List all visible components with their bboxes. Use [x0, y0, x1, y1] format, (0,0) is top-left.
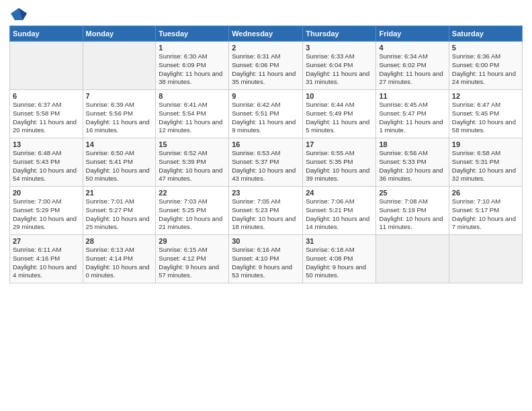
- day-number: 10: [306, 92, 373, 100]
- day-number: 19: [452, 140, 519, 148]
- calendar-cell: [449, 235, 522, 283]
- day-number: 1: [159, 44, 226, 52]
- day-info: Sunrise: 7:05 AM Sunset: 5:23 PM Dayligh…: [232, 197, 300, 232]
- calendar-cell: [10, 42, 83, 90]
- day-number: 30: [232, 237, 300, 245]
- day-info: Sunrise: 7:01 AM Sunset: 5:27 PM Dayligh…: [86, 197, 153, 232]
- day-info: Sunrise: 6:34 AM Sunset: 6:02 PM Dayligh…: [379, 52, 445, 87]
- calendar-cell: [376, 235, 449, 283]
- day-info: Sunrise: 6:58 AM Sunset: 5:31 PM Dayligh…: [452, 149, 519, 183]
- calendar-cell: 7Sunrise: 6:39 AM Sunset: 5:56 PM Daylig…: [83, 90, 156, 138]
- calendar-cell: 29Sunrise: 6:15 AM Sunset: 4:12 PM Dayli…: [156, 235, 229, 283]
- calendar-cell: 20Sunrise: 7:00 AM Sunset: 5:29 PM Dayli…: [10, 187, 83, 235]
- page: SundayMondayTuesdayWednesdayThursdayFrid…: [0, 0, 532, 411]
- calendar-cell: 24Sunrise: 7:06 AM Sunset: 5:21 PM Dayli…: [303, 187, 376, 235]
- calendar-cell: 23Sunrise: 7:05 AM Sunset: 5:23 PM Dayli…: [229, 187, 303, 235]
- calendar-cell: 14Sunrise: 6:50 AM Sunset: 5:41 PM Dayli…: [83, 138, 156, 187]
- calendar-cell: 15Sunrise: 6:52 AM Sunset: 5:39 PM Dayli…: [156, 138, 229, 187]
- day-info: Sunrise: 6:53 AM Sunset: 5:37 PM Dayligh…: [232, 149, 300, 183]
- day-info: Sunrise: 6:36 AM Sunset: 6:00 PM Dayligh…: [452, 52, 519, 87]
- day-number: 31: [306, 237, 373, 245]
- day-info: Sunrise: 7:10 AM Sunset: 5:17 PM Dayligh…: [452, 197, 519, 232]
- calendar-cell: 12Sunrise: 6:47 AM Sunset: 5:45 PM Dayli…: [449, 90, 522, 138]
- day-number: 14: [86, 140, 153, 148]
- calendar-cell: 16Sunrise: 6:53 AM Sunset: 5:37 PM Dayli…: [229, 138, 303, 187]
- calendar-week-row: 6Sunrise: 6:37 AM Sunset: 5:58 PM Daylig…: [10, 90, 523, 138]
- day-number: 28: [86, 237, 153, 245]
- calendar-cell: 19Sunrise: 6:58 AM Sunset: 5:31 PM Dayli…: [449, 138, 522, 187]
- calendar-cell: 18Sunrise: 6:56 AM Sunset: 5:33 PM Dayli…: [376, 138, 449, 187]
- day-number: 12: [452, 92, 519, 100]
- weekday-header-tuesday: Tuesday: [156, 26, 229, 42]
- day-info: Sunrise: 7:00 AM Sunset: 5:29 PM Dayligh…: [13, 197, 80, 232]
- calendar-cell: 25Sunrise: 7:08 AM Sunset: 5:19 PM Dayli…: [376, 187, 449, 235]
- day-number: 21: [86, 189, 153, 197]
- day-info: Sunrise: 6:44 AM Sunset: 5:49 PM Dayligh…: [306, 101, 373, 135]
- day-info: Sunrise: 6:37 AM Sunset: 5:58 PM Dayligh…: [13, 101, 80, 135]
- calendar-cell: 2Sunrise: 6:31 AM Sunset: 6:06 PM Daylig…: [229, 42, 303, 90]
- day-info: Sunrise: 6:42 AM Sunset: 5:51 PM Dayligh…: [232, 101, 300, 135]
- day-number: 9: [232, 92, 300, 100]
- day-number: 18: [379, 140, 445, 148]
- day-number: 15: [159, 140, 226, 148]
- calendar-cell: 27Sunrise: 6:11 AM Sunset: 4:16 PM Dayli…: [10, 235, 83, 283]
- calendar-cell: 6Sunrise: 6:37 AM Sunset: 5:58 PM Daylig…: [10, 90, 83, 138]
- day-info: Sunrise: 6:56 AM Sunset: 5:33 PM Dayligh…: [379, 149, 445, 183]
- day-number: 13: [13, 140, 80, 148]
- day-info: Sunrise: 6:45 AM Sunset: 5:47 PM Dayligh…: [379, 101, 445, 135]
- calendar-cell: 22Sunrise: 7:03 AM Sunset: 5:25 PM Dayli…: [156, 187, 229, 235]
- day-info: Sunrise: 6:48 AM Sunset: 5:43 PM Dayligh…: [13, 149, 80, 183]
- day-info: Sunrise: 7:08 AM Sunset: 5:19 PM Dayligh…: [379, 197, 445, 232]
- day-info: Sunrise: 6:33 AM Sunset: 6:04 PM Dayligh…: [306, 52, 373, 87]
- calendar-cell: 21Sunrise: 7:01 AM Sunset: 5:27 PM Dayli…: [83, 187, 156, 235]
- generalblue-logo-icon: [9, 7, 28, 21]
- day-number: 25: [379, 189, 445, 197]
- day-info: Sunrise: 7:06 AM Sunset: 5:21 PM Dayligh…: [306, 197, 373, 232]
- day-number: 17: [306, 140, 373, 148]
- day-info: Sunrise: 6:55 AM Sunset: 5:35 PM Dayligh…: [306, 149, 373, 183]
- calendar-header: SundayMondayTuesdayWednesdayThursdayFrid…: [10, 26, 523, 42]
- calendar-cell: 17Sunrise: 6:55 AM Sunset: 5:35 PM Dayli…: [303, 138, 376, 187]
- weekday-header-saturday: Saturday: [449, 26, 522, 42]
- calendar-cell: 13Sunrise: 6:48 AM Sunset: 5:43 PM Dayli…: [10, 138, 83, 187]
- day-info: Sunrise: 6:16 AM Sunset: 4:10 PM Dayligh…: [232, 246, 300, 280]
- day-number: 29: [159, 237, 226, 245]
- day-info: Sunrise: 6:31 AM Sunset: 6:06 PM Dayligh…: [232, 52, 300, 87]
- day-number: 22: [159, 189, 226, 197]
- calendar-week-row: 27Sunrise: 6:11 AM Sunset: 4:16 PM Dayli…: [10, 235, 523, 283]
- calendar-cell: 30Sunrise: 6:16 AM Sunset: 4:10 PM Dayli…: [229, 235, 303, 283]
- calendar-cell: 1Sunrise: 6:30 AM Sunset: 6:09 PM Daylig…: [156, 42, 229, 90]
- calendar-week-row: 20Sunrise: 7:00 AM Sunset: 5:29 PM Dayli…: [10, 187, 523, 235]
- calendar-cell: 31Sunrise: 6:18 AM Sunset: 4:08 PM Dayli…: [303, 235, 376, 283]
- calendar-table: SundayMondayTuesdayWednesdayThursdayFrid…: [9, 26, 523, 283]
- calendar-cell: 28Sunrise: 6:13 AM Sunset: 4:14 PM Dayli…: [83, 235, 156, 283]
- day-number: 5: [452, 44, 519, 52]
- logo: [9, 7, 31, 21]
- weekday-header-friday: Friday: [376, 26, 449, 42]
- calendar-cell: 5Sunrise: 6:36 AM Sunset: 6:00 PM Daylig…: [449, 42, 522, 90]
- day-info: Sunrise: 6:52 AM Sunset: 5:39 PM Dayligh…: [159, 149, 226, 183]
- day-number: 20: [13, 189, 80, 197]
- calendar-cell: 9Sunrise: 6:42 AM Sunset: 5:51 PM Daylig…: [229, 90, 303, 138]
- day-number: 2: [232, 44, 300, 52]
- day-info: Sunrise: 6:41 AM Sunset: 5:54 PM Dayligh…: [159, 101, 226, 135]
- day-number: 24: [306, 189, 373, 197]
- weekday-header-monday: Monday: [83, 26, 156, 42]
- day-info: Sunrise: 6:47 AM Sunset: 5:45 PM Dayligh…: [452, 101, 519, 135]
- weekday-header-thursday: Thursday: [303, 26, 376, 42]
- header: [9, 7, 523, 21]
- day-number: 3: [306, 44, 373, 52]
- calendar-cell: 4Sunrise: 6:34 AM Sunset: 6:02 PM Daylig…: [376, 42, 449, 90]
- day-info: Sunrise: 6:30 AM Sunset: 6:09 PM Dayligh…: [159, 52, 226, 87]
- calendar-cell: 10Sunrise: 6:44 AM Sunset: 5:49 PM Dayli…: [303, 90, 376, 138]
- day-info: Sunrise: 6:50 AM Sunset: 5:41 PM Dayligh…: [86, 149, 153, 183]
- calendar-cell: 8Sunrise: 6:41 AM Sunset: 5:54 PM Daylig…: [156, 90, 229, 138]
- day-number: 11: [379, 92, 445, 100]
- day-number: 23: [232, 189, 300, 197]
- day-number: 8: [159, 92, 226, 100]
- calendar-cell: 3Sunrise: 6:33 AM Sunset: 6:04 PM Daylig…: [303, 42, 376, 90]
- day-info: Sunrise: 6:13 AM Sunset: 4:14 PM Dayligh…: [86, 246, 153, 280]
- calendar-body: 1Sunrise: 6:30 AM Sunset: 6:09 PM Daylig…: [10, 42, 523, 283]
- day-number: 7: [86, 92, 153, 100]
- calendar-cell: 26Sunrise: 7:10 AM Sunset: 5:17 PM Dayli…: [449, 187, 522, 235]
